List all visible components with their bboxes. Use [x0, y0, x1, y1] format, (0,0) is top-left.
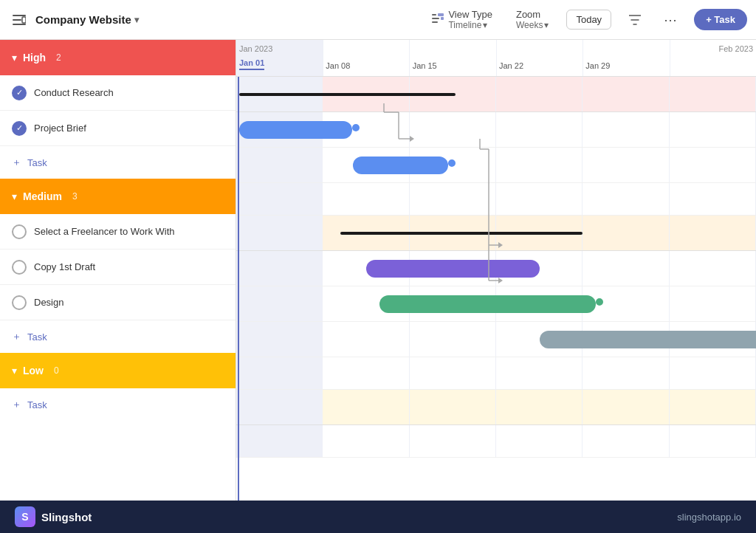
date-label-jan22: Jan 22 [499, 61, 523, 70]
filter-button[interactable] [623, 8, 647, 32]
add-task-icon-high: ＋ [12, 156, 21, 169]
tl-add-row-low [236, 425, 756, 458]
task-name-copy-draft: Copy 1st Draft [34, 261, 95, 272]
group-count-medium: 3 [72, 191, 78, 202]
footer-url: slingshotapp.io [677, 512, 741, 523]
group-header-medium[interactable]: ▾ Medium 3 [0, 179, 236, 214]
view-type-button[interactable]: View Type Timeline ▾ [426, 6, 498, 33]
task-row-freelancer: Select a Freelancer to Work With [0, 214, 236, 250]
tl-group-row-high [236, 77, 756, 112]
add-task-icon-low: ＋ [12, 398, 21, 411]
footer-logo-text: Slingshot [41, 511, 92, 523]
task-checkbox-design[interactable] [12, 295, 27, 310]
group-title-high: High [23, 52, 46, 63]
svg-rect-2 [13, 24, 26, 25]
tl-row-copy-draft [236, 286, 756, 322]
zoom-button[interactable]: Zoom Weeks ▾ [510, 6, 554, 33]
add-task-row-high[interactable]: ＋ Task [0, 146, 236, 179]
task-name-design: Design [34, 297, 63, 308]
svg-rect-6 [432, 21, 438, 23]
summary-bar-medium [340, 232, 583, 235]
tl-row-project-brief [236, 148, 756, 183]
add-task-label-low: Task [27, 399, 47, 410]
slingshot-logo-icon: S [15, 506, 35, 527]
view-type-sub: Timeline ▾ [448, 20, 492, 30]
task-checkbox-conduct-research[interactable]: ✓ [12, 86, 27, 100]
month-label-jan: Jan 2023 [239, 44, 272, 53]
task-checkbox-freelancer[interactable] [12, 224, 27, 239]
gantt-bar-project-brief[interactable] [353, 157, 448, 174]
footer-logo: S Slingshot [15, 506, 92, 527]
svg-rect-4 [432, 14, 436, 16]
zoom-sub: Weeks ▾ [516, 20, 549, 30]
tl-row-freelancer [236, 251, 756, 286]
timeline-header: Jan 2023 Feb 2023 Jan 01 Jan 08 Jan 15 J… [236, 40, 756, 77]
svg-rect-8 [441, 17, 444, 20]
task-row-project-brief: ✓ Project Brief [0, 111, 236, 146]
timeline-view-icon [432, 13, 444, 26]
gantt-bar-design[interactable] [540, 331, 756, 348]
svg-rect-5 [432, 18, 439, 19]
footer: S Slingshot slingshotapp.io [0, 501, 756, 533]
project-chevron-icon: ▾ [134, 15, 139, 25]
add-task-row-low[interactable]: ＋ Task [0, 388, 236, 421]
task-name-project-brief: Project Brief [34, 123, 86, 134]
date-label-jan29: Jan 29 [585, 61, 610, 70]
task-checkbox-project-brief[interactable]: ✓ [12, 121, 27, 136]
add-task-icon-medium: ＋ [12, 330, 21, 343]
group-header-high[interactable]: ▾ High 2 [0, 40, 236, 75]
svg-rect-3 [22, 17, 26, 23]
task-name-conduct-research: Conduct Research [34, 87, 114, 98]
tl-add-row-high [236, 183, 756, 216]
date-label-jan08: Jan 08 [326, 61, 350, 70]
header-left: Company Website ▾ [9, 10, 417, 30]
tl-row-design [236, 322, 756, 357]
sidebar-toggle-button[interactable] [9, 10, 30, 30]
project-title[interactable]: Company Website ▾ [35, 13, 139, 26]
left-panel: ▾ High 2 ✓ Conduct Research ✓ Project Br… [0, 40, 236, 501]
month-label-feb: Feb 2023 [719, 44, 753, 53]
group-count-high: 2 [56, 52, 61, 63]
gantt-bar-copy-draft[interactable] [379, 295, 596, 313]
svg-rect-7 [438, 13, 444, 16]
group-chevron-medium-icon: ▾ [12, 190, 17, 202]
tl-add-row-medium [236, 357, 756, 390]
group-count-low: 0 [54, 365, 59, 376]
gantt-bar-conduct-research[interactable] [239, 121, 352, 139]
group-chevron-low-icon: ▾ [12, 365, 17, 376]
task-row-copy-draft: Copy 1st Draft [0, 250, 236, 285]
today-line [238, 77, 239, 501]
timeline-panel: Jan 2023 Feb 2023 Jan 01 Jan 08 Jan 15 J… [236, 40, 756, 501]
view-type-label: View Type [448, 9, 492, 20]
project-title-text: Company Website [35, 13, 131, 26]
group-chevron-high-icon: ▾ [12, 52, 17, 63]
svg-rect-1 [13, 19, 21, 21]
date-label-jan01: Jan 01 [239, 58, 264, 70]
group-header-low[interactable]: ▾ Low 0 [0, 353, 236, 388]
task-name-freelancer: Select a Freelancer to Work With [34, 226, 175, 237]
add-task-header-button[interactable]: + Task [694, 9, 747, 30]
summary-bar-high [239, 93, 456, 96]
tl-row-conduct-research [236, 112, 756, 148]
task-row-design: Design [0, 285, 236, 320]
main-content: ▾ High 2 ✓ Conduct Research ✓ Project Br… [0, 40, 756, 501]
group-title-low: Low [23, 365, 44, 376]
add-task-row-medium[interactable]: ＋ Task [0, 320, 236, 353]
gantt-bar-freelancer[interactable] [366, 260, 540, 278]
add-task-label-high: Task [27, 157, 47, 168]
view-type-labels: View Type Timeline ▾ [448, 9, 492, 30]
group-title-medium: Medium [23, 190, 62, 202]
tl-group-row-low [236, 390, 756, 425]
timeline-body [236, 77, 756, 458]
today-button[interactable]: Today [566, 10, 611, 30]
more-options-button[interactable]: ⋯ [659, 8, 682, 32]
tl-group-row-medium [236, 216, 756, 251]
header-controls: View Type Timeline ▾ Zoom Weeks ▾ Today [426, 6, 747, 33]
task-checkbox-copy-draft[interactable] [12, 260, 27, 275]
zoom-labels: Zoom Weeks ▾ [516, 9, 549, 30]
date-label-jan15: Jan 15 [413, 61, 437, 70]
task-row-conduct-research: ✓ Conduct Research [0, 75, 236, 111]
zoom-label: Zoom [516, 9, 549, 20]
svg-rect-0 [13, 15, 26, 16]
app-header: Company Website ▾ View Type Timeline ▾ [0, 0, 756, 40]
